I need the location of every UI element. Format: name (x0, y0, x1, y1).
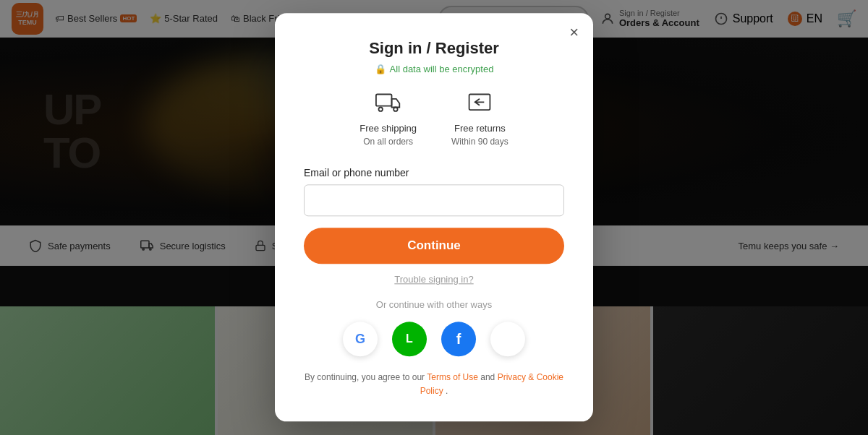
signin-modal: × Sign in / Register 🔒 All data will be … (275, 13, 593, 421)
trouble-signin-link[interactable]: Trouble signing in? (304, 274, 564, 285)
svg-point-9 (378, 108, 382, 111)
modal-terms: By continuing, you agree to our Terms of… (304, 371, 564, 398)
modal-title: Sign in / Register (304, 39, 564, 58)
email-input[interactable] (304, 184, 564, 216)
line-signin-button[interactable]: L (392, 322, 427, 356)
social-icons: G L f (304, 322, 564, 356)
shipping-icon (375, 92, 401, 117)
line-icon: L (406, 332, 413, 345)
encrypted-label: All data will be encrypted (390, 64, 494, 74)
lock-small-icon: 🔒 (375, 64, 386, 74)
apple-signin-button[interactable] (490, 322, 525, 356)
returns-subtitle: Within 90 days (451, 137, 509, 147)
shipping-title: Free shipping (359, 123, 417, 134)
benefit-returns: Free returns Within 90 days (451, 92, 509, 147)
svg-point-10 (393, 108, 397, 111)
or-divider: Or continue with other ways (304, 299, 564, 310)
facebook-icon: f (456, 331, 461, 348)
svg-rect-8 (376, 95, 392, 106)
google-icon: G (355, 332, 365, 347)
email-label: Email or phone number (304, 167, 564, 178)
returns-icon (467, 92, 493, 117)
encrypted-notice: 🔒 All data will be encrypted (304, 64, 564, 74)
continue-button[interactable]: Continue (304, 228, 564, 264)
terms-text-before: By continuing, you agree to our (305, 372, 427, 382)
terms-text-end: . (446, 387, 448, 397)
benefit-shipping: Free shipping On all orders (359, 92, 417, 147)
modal-benefits: Free shipping On all orders Free returns… (304, 92, 564, 147)
shipping-subtitle: On all orders (363, 137, 413, 147)
terms-text-mid: and (480, 372, 497, 382)
close-button[interactable]: × (569, 25, 579, 40)
facebook-signin-button[interactable]: f (441, 322, 476, 356)
google-signin-button[interactable]: G (343, 322, 378, 356)
terms-of-use-link[interactable]: Terms of Use (427, 372, 478, 382)
returns-title: Free returns (454, 123, 506, 134)
